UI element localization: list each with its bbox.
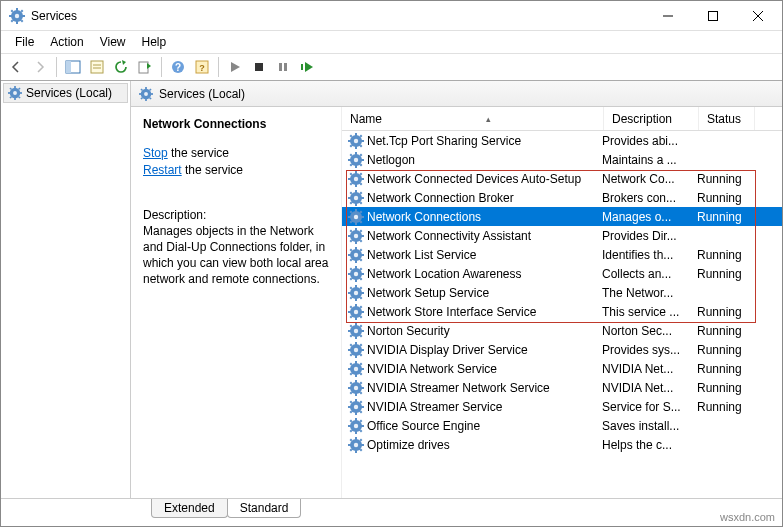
svg-text:?: ? bbox=[175, 62, 181, 73]
pause-service-button[interactable] bbox=[272, 56, 294, 78]
service-name: NVIDIA Streamer Network Service bbox=[367, 381, 602, 395]
description-text: Manages objects in the Network and Dial-… bbox=[143, 223, 329, 288]
col-header-name[interactable]: Name▴ bbox=[342, 107, 604, 130]
service-row[interactable]: Network Connectivity AssistantProvides D… bbox=[342, 226, 782, 245]
service-row[interactable]: Network Store Interface ServiceThis serv… bbox=[342, 302, 782, 321]
service-row[interactable]: Norton SecurityNorton Sec...Running bbox=[342, 321, 782, 340]
restart-service-button[interactable] bbox=[296, 56, 318, 78]
service-list: Name▴ Description Status Net.Tcp Port Sh… bbox=[341, 107, 782, 498]
detail-pane: Network Connections Stop the service Res… bbox=[131, 107, 341, 498]
help2-button[interactable]: ? bbox=[191, 56, 213, 78]
window-title: Services bbox=[31, 9, 645, 23]
help-button[interactable]: ? bbox=[167, 56, 189, 78]
service-name: Netlogon bbox=[367, 153, 602, 167]
gear-icon bbox=[348, 437, 364, 453]
service-name: NVIDIA Network Service bbox=[367, 362, 602, 376]
gear-icon bbox=[348, 380, 364, 396]
service-rows[interactable]: Net.Tcp Port Sharing ServiceProvides abi… bbox=[342, 131, 782, 498]
service-row[interactable]: Network ConnectionsManages o...Running bbox=[342, 207, 782, 226]
service-row[interactable]: NVIDIA Streamer ServiceService for S...R… bbox=[342, 397, 782, 416]
service-status: Running bbox=[697, 267, 753, 281]
service-row[interactable]: Network Location AwarenessCollects an...… bbox=[342, 264, 782, 283]
selected-service-name: Network Connections bbox=[143, 117, 329, 131]
service-description: NVIDIA Net... bbox=[602, 381, 697, 395]
nav-services-local[interactable]: Services (Local) bbox=[3, 83, 128, 103]
services-app-icon bbox=[9, 8, 25, 24]
svg-rect-19 bbox=[139, 62, 148, 73]
properties-button[interactable] bbox=[86, 56, 108, 78]
service-name: Net.Tcp Port Sharing Service bbox=[367, 134, 602, 148]
service-name: Network Connection Broker bbox=[367, 191, 602, 205]
show-hide-tree-button[interactable] bbox=[62, 56, 84, 78]
nav-root-label: Services (Local) bbox=[26, 86, 112, 100]
svg-rect-24 bbox=[255, 63, 263, 71]
watermark: wsxdn.com bbox=[720, 511, 775, 523]
service-row[interactable]: NVIDIA Network ServiceNVIDIA Net...Runni… bbox=[342, 359, 782, 378]
service-description: NVIDIA Net... bbox=[602, 362, 697, 376]
service-row[interactable]: NVIDIA Display Driver ServiceProvides sy… bbox=[342, 340, 782, 359]
service-row[interactable]: Office Source EngineSaves install... bbox=[342, 416, 782, 435]
service-name: Optimize drives bbox=[367, 438, 602, 452]
close-button[interactable] bbox=[735, 1, 780, 30]
start-service-button[interactable] bbox=[224, 56, 246, 78]
svg-text:?: ? bbox=[199, 63, 205, 73]
export-list-button[interactable] bbox=[134, 56, 156, 78]
service-row[interactable]: Network Connection BrokerBrokers con...R… bbox=[342, 188, 782, 207]
col-header-description[interactable]: Description bbox=[604, 107, 699, 130]
service-status: Running bbox=[697, 248, 753, 262]
content-header: Services (Local) bbox=[131, 81, 782, 107]
service-description: Helps the c... bbox=[602, 438, 697, 452]
title-bar: Services bbox=[1, 1, 782, 31]
menu-action[interactable]: Action bbox=[42, 33, 91, 51]
back-button[interactable] bbox=[5, 56, 27, 78]
service-status: Running bbox=[697, 400, 753, 414]
gear-icon bbox=[348, 361, 364, 377]
service-status: Running bbox=[697, 172, 753, 186]
gear-icon bbox=[348, 228, 364, 244]
service-row[interactable]: Network Connected Devices Auto-SetupNetw… bbox=[342, 169, 782, 188]
tab-standard[interactable]: Standard bbox=[227, 499, 302, 518]
svg-rect-25 bbox=[279, 63, 282, 71]
gear-icon bbox=[8, 86, 22, 100]
menu-file[interactable]: File bbox=[7, 33, 42, 51]
service-name: Network Location Awareness bbox=[367, 267, 602, 281]
menu-view[interactable]: View bbox=[92, 33, 134, 51]
service-name: Norton Security bbox=[367, 324, 602, 338]
service-description: Manages o... bbox=[602, 210, 697, 224]
minimize-button[interactable] bbox=[645, 1, 690, 30]
service-row[interactable]: Network Setup ServiceThe Networ... bbox=[342, 283, 782, 302]
service-row[interactable]: Net.Tcp Port Sharing ServiceProvides abi… bbox=[342, 131, 782, 150]
service-name: Network Connected Devices Auto-Setup bbox=[367, 172, 602, 186]
service-status: Running bbox=[697, 191, 753, 205]
menu-help[interactable]: Help bbox=[134, 33, 175, 51]
service-name: Network Store Interface Service bbox=[367, 305, 602, 319]
content-pane: Services (Local) Network Connections Sto… bbox=[131, 81, 782, 498]
restart-link[interactable]: Restart bbox=[143, 163, 182, 177]
gear-icon bbox=[348, 171, 364, 187]
service-name: NVIDIA Display Driver Service bbox=[367, 343, 602, 357]
view-tabs: Extended Standard bbox=[1, 499, 782, 523]
gear-icon bbox=[348, 418, 364, 434]
service-description: Norton Sec... bbox=[602, 324, 697, 338]
description-heading: Description: bbox=[143, 207, 329, 223]
refresh-button[interactable] bbox=[110, 56, 132, 78]
maximize-button[interactable] bbox=[690, 1, 735, 30]
service-name: Network Connectivity Assistant bbox=[367, 229, 602, 243]
service-description: The Networ... bbox=[602, 286, 697, 300]
service-row[interactable]: NVIDIA Streamer Network ServiceNVIDIA Ne… bbox=[342, 378, 782, 397]
tab-extended[interactable]: Extended bbox=[151, 499, 228, 518]
svg-rect-16 bbox=[91, 61, 103, 73]
service-name: Network Connections bbox=[367, 210, 602, 224]
service-status: Running bbox=[697, 343, 753, 357]
service-row[interactable]: Optimize drivesHelps the c... bbox=[342, 435, 782, 454]
col-header-status[interactable]: Status bbox=[699, 107, 755, 130]
service-name: Office Source Engine bbox=[367, 419, 602, 433]
stop-link[interactable]: Stop bbox=[143, 146, 168, 160]
service-row[interactable]: Network List ServiceIdentifies th...Runn… bbox=[342, 245, 782, 264]
service-description: Maintains a ... bbox=[602, 153, 697, 167]
forward-button[interactable] bbox=[29, 56, 51, 78]
service-row[interactable]: NetlogonMaintains a ... bbox=[342, 150, 782, 169]
svg-rect-11 bbox=[708, 11, 717, 20]
gear-icon bbox=[348, 342, 364, 358]
stop-service-button[interactable] bbox=[248, 56, 270, 78]
